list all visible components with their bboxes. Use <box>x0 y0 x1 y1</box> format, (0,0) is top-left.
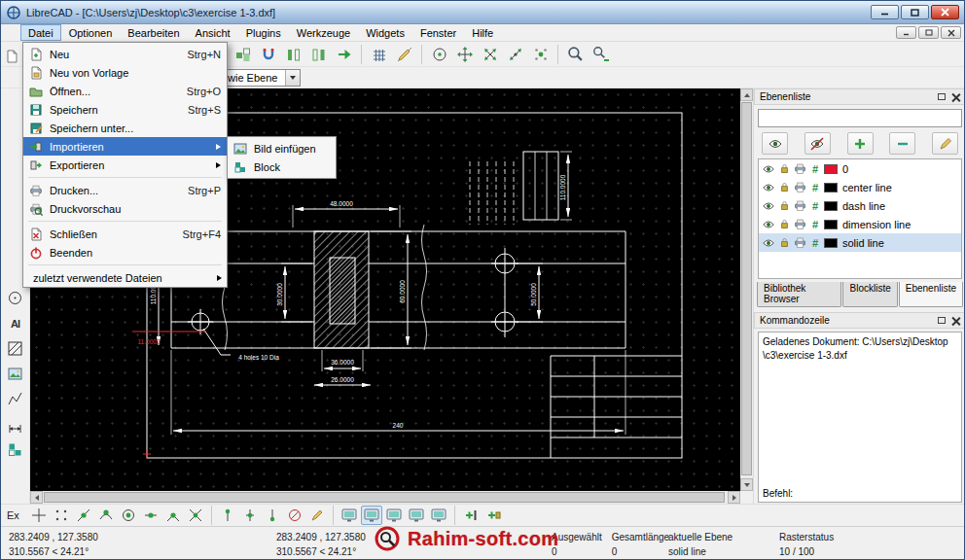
dimension-icon[interactable] <box>4 413 27 436</box>
menu-plugins[interactable]: Plugins <box>238 24 289 41</box>
lock-icon[interactable] <box>778 218 791 230</box>
lock-icon[interactable] <box>778 162 791 175</box>
menu-werkzeuge[interactable]: Werkzeuge <box>289 24 358 41</box>
print-icon[interactable] <box>794 199 806 212</box>
rel-zero-icon[interactable] <box>460 506 482 525</box>
menu-item-speichern[interactable]: SpeichernStrg+S <box>23 100 227 119</box>
make-block-icon[interactable] <box>332 43 356 65</box>
construction-icon[interactable]: # <box>809 163 821 175</box>
pole-middle-icon[interactable] <box>239 506 261 525</box>
panel-close-icon[interactable] <box>951 92 960 101</box>
lock-icon[interactable] <box>778 181 791 193</box>
move-arrows-icon[interactable] <box>452 43 477 65</box>
circle-icon[interactable] <box>4 287 27 309</box>
snap-intersection-icon[interactable] <box>185 506 206 525</box>
snap-distance-icon[interactable] <box>162 506 184 525</box>
undock-icon[interactable] <box>938 317 946 324</box>
tab-ebenenliste[interactable]: Ebenenliste <box>899 282 963 307</box>
crosshair-icon[interactable] <box>28 506 50 525</box>
zoom-pan-icon[interactable] <box>589 43 613 65</box>
polyline-icon[interactable] <box>4 388 27 410</box>
snap-circle-icon[interactable] <box>427 43 451 65</box>
layer-row[interactable]: # dash line <box>759 196 961 215</box>
print-icon[interactable] <box>794 162 806 175</box>
command-console[interactable]: Geladenes Dokument: C:\Users\zj\Desktop … <box>758 332 962 503</box>
menu-hilfe[interactable]: Hilfe <box>464 24 501 41</box>
draft-pencil-icon[interactable] <box>392 43 416 65</box>
layer-color-swatch[interactable] <box>824 238 838 248</box>
pole-top-icon[interactable] <box>217 506 238 525</box>
submenu-item-bild-einfuegen[interactable]: Bild einfügen <box>228 139 336 158</box>
layer-filter-input[interactable] <box>758 109 962 127</box>
scroll-down-icon[interactable] <box>740 478 753 491</box>
print-icon[interactable] <box>794 181 806 193</box>
menu-optionen[interactable]: Optionen <box>61 24 121 41</box>
edit-layer-button[interactable] <box>932 132 958 155</box>
menu-widgets[interactable]: Widgets <box>358 24 412 41</box>
mdi-close-button[interactable] <box>941 26 961 39</box>
menu-item-oeffnen[interactable]: Öffnen...Strg+O <box>23 82 227 100</box>
scroll-left-icon[interactable] <box>30 491 43 504</box>
magnet-icon[interactable] <box>256 43 280 65</box>
menu-item-importieren[interactable]: Importieren <box>23 137 227 156</box>
pen-combo[interactable]: wie Ebene <box>223 69 301 87</box>
layer-row-selected[interactable]: # solid line <box>759 233 961 252</box>
panel-close-icon[interactable] <box>951 316 960 325</box>
lock-icon[interactable] <box>778 199 791 212</box>
layer-color-swatch[interactable] <box>824 220 838 229</box>
ucs-5-icon[interactable] <box>428 506 449 525</box>
menu-item-speichern-unter[interactable]: Speichern unter... <box>23 119 227 137</box>
vertical-scrollbar[interactable] <box>740 88 753 491</box>
undock-icon[interactable] <box>938 93 946 100</box>
column-a-icon[interactable] <box>281 43 305 65</box>
block-insert-icon[interactable] <box>231 43 255 65</box>
eye-icon[interactable] <box>762 236 775 250</box>
eye-icon[interactable] <box>762 199 775 213</box>
layer-color-swatch[interactable] <box>824 201 838 211</box>
menu-item-neu[interactable]: NeuStrg+N <box>23 45 227 63</box>
construction-icon[interactable]: # <box>809 200 821 212</box>
maximize-button[interactable] <box>901 5 929 19</box>
ucs-3-icon[interactable] <box>383 506 405 525</box>
menu-datei[interactable]: Datei <box>20 24 61 41</box>
layer-row[interactable]: # center line <box>759 178 961 196</box>
menu-item-exportieren[interactable]: Exportieren <box>23 156 227 174</box>
remove-layer-button[interactable] <box>889 132 915 155</box>
eye-icon[interactable] <box>762 218 775 231</box>
horizontal-scrollbar[interactable] <box>30 491 740 504</box>
menu-item-zuletzt-verwendete-dateien[interactable]: zuletzt verwendete Dateien <box>23 268 227 287</box>
print-icon[interactable] <box>794 218 806 230</box>
layer-color-swatch[interactable] <box>824 164 838 174</box>
menu-item-beenden[interactable]: Beenden <box>23 243 227 262</box>
pole-bottom-icon[interactable] <box>262 506 283 525</box>
block-icon[interactable] <box>4 438 27 461</box>
menu-item-druckvorschau[interactable]: Druckvorschau <box>23 199 227 218</box>
grid-icon[interactable] <box>367 43 391 65</box>
eye-icon[interactable] <box>762 181 775 194</box>
menu-bearbeiten[interactable]: Bearbeiten <box>120 24 187 41</box>
menu-item-neu-von-vorlage[interactable]: Neu von Vorlage <box>23 63 227 82</box>
print-icon[interactable] <box>794 236 806 249</box>
snap-center-icon[interactable] <box>118 506 139 525</box>
horizontal-scroll-thumb[interactable] <box>44 492 725 503</box>
scale-arrows-icon[interactable] <box>503 43 527 65</box>
menu-item-schliessen[interactable]: SchließenStrg+F4 <box>23 225 227 243</box>
tab-bibliothek-browser[interactable]: Bibliothek Browser <box>757 282 841 307</box>
show-all-layers-button[interactable] <box>762 132 788 155</box>
construction-icon[interactable]: # <box>809 182 821 193</box>
ucs-1-icon[interactable] <box>339 506 360 525</box>
command-panel-titlebar[interactable]: Kommandozeile <box>754 312 965 329</box>
image-icon[interactable] <box>4 363 27 385</box>
layer-row[interactable]: # 0 <box>759 159 961 178</box>
tab-blockliste[interactable]: Blockliste <box>842 282 897 307</box>
layer-row[interactable]: # dimension line <box>759 215 961 233</box>
layer-panel-titlebar[interactable]: Ebenenliste <box>754 88 965 105</box>
rotate-arrows-icon[interactable] <box>478 43 502 65</box>
snap-middle-icon[interactable] <box>140 506 161 525</box>
column-b-icon[interactable] <box>306 43 331 65</box>
title-bar[interactable]: LibreCAD - [C:\Users\zj\Desktop\c3\exerc… <box>1 1 964 24</box>
snap-pencil-icon[interactable] <box>306 506 328 525</box>
construction-icon[interactable]: # <box>809 237 821 249</box>
rel-zero-lock-icon[interactable] <box>482 506 504 525</box>
ucs-2-icon[interactable] <box>361 506 382 525</box>
